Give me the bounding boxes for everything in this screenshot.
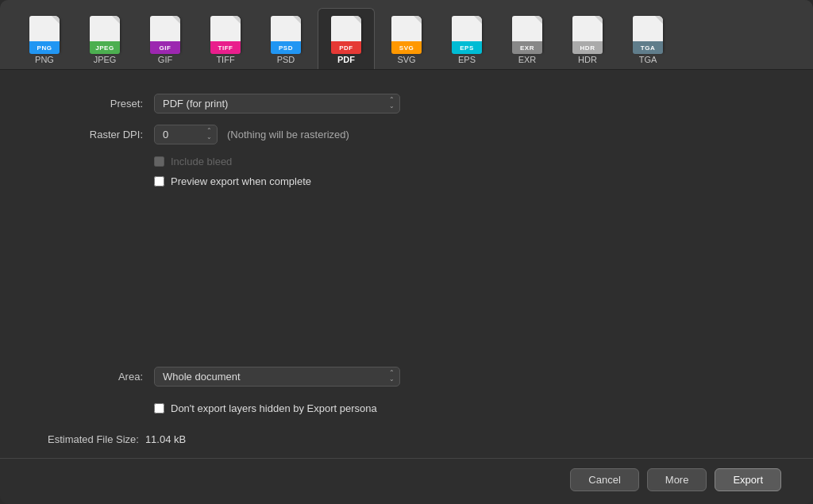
dont-export-label: Don't export layers hidden by Export per… <box>171 402 377 414</box>
export-button[interactable]: Export <box>715 468 781 491</box>
file-size-value: 11.04 kB <box>145 433 186 445</box>
tab-tiff-label: TIFF <box>216 55 234 64</box>
raster-dpi-row: Raster DPI: 0 72 96 150 300 (Nothing wil… <box>48 125 765 144</box>
tab-hdr[interactable]: HDR HDR <box>559 9 616 69</box>
area-control: Whole document Selection Current page <box>154 367 400 387</box>
preset-label: Preset: <box>48 98 143 110</box>
tab-hdr-label: HDR <box>578 55 597 64</box>
tab-psd-label: PSD <box>277 55 295 64</box>
raster-select-wrapper: 0 72 96 150 300 <box>154 125 218 144</box>
eps-icon: EPS <box>448 13 486 55</box>
include-bleed-checkbox[interactable] <box>154 156 164 167</box>
tab-png[interactable]: PNG PNG <box>16 9 73 69</box>
area-row: Area: Whole document Selection Current p… <box>48 367 765 387</box>
include-bleed-row: Include bleed <box>154 156 765 167</box>
tab-svg-label: SVG <box>397 55 415 64</box>
tab-exr-label: EXR <box>518 55 537 64</box>
preset-select-wrapper: PDF (for print) PDF (for export) <box>154 94 400 113</box>
svg-icon: SVG <box>387 13 426 55</box>
preview-export-checkbox[interactable] <box>154 176 164 187</box>
dont-export-row: Don't export layers hidden by Export per… <box>154 402 765 414</box>
tga-icon: TGA <box>629 13 667 55</box>
jpeg-icon: JPEG <box>86 13 124 55</box>
pdf-icon: PDF <box>327 13 365 55</box>
raster-dpi-select[interactable]: 0 72 96 150 300 <box>154 125 218 144</box>
psd-icon: PSD <box>267 13 305 55</box>
export-dialog: PNG PNG JPEG JPEG GIF GIF TIFF <box>0 0 813 504</box>
tab-exr[interactable]: EXR EXR <box>499 9 556 69</box>
gif-icon: GIF <box>146 13 184 55</box>
tab-gif[interactable]: GIF GIF <box>137 9 194 69</box>
preset-row: Preset: PDF (for print) PDF (for export) <box>48 94 765 113</box>
tab-pdf[interactable]: PDF PDF <box>318 8 375 69</box>
format-tab-bar: PNG PNG JPEG JPEG GIF GIF TIFF <box>0 0 813 70</box>
preview-export-row: Preview export when complete <box>154 175 765 187</box>
file-size-row: Estimated File Size: 11.04 kB <box>48 433 765 445</box>
area-label: Area: <box>48 371 143 383</box>
tab-tga[interactable]: TGA TGA <box>619 9 676 69</box>
tab-eps[interactable]: EPS EPS <box>438 9 495 69</box>
preset-control: PDF (for print) PDF (for export) <box>154 94 400 113</box>
raster-dpi-control: 0 72 96 150 300 (Nothing will be rasteri… <box>154 125 349 144</box>
exr-icon: EXR <box>508 13 546 55</box>
dont-export-checkbox[interactable] <box>154 403 164 414</box>
preview-export-label: Preview export when complete <box>171 175 311 187</box>
tiff-icon: TIFF <box>206 13 245 55</box>
tab-png-label: PNG <box>35 55 54 64</box>
tab-svg[interactable]: SVG SVG <box>378 9 435 69</box>
tab-pdf-label: PDF <box>337 55 355 64</box>
hdr-icon: HDR <box>568 13 607 55</box>
cancel-button[interactable]: Cancel <box>570 468 638 491</box>
tab-psd[interactable]: PSD PSD <box>257 9 314 69</box>
area-select[interactable]: Whole document Selection Current page <box>154 367 400 387</box>
tab-gif-label: GIF <box>158 55 172 64</box>
tab-tiff[interactable]: TIFF TIFF <box>197 9 254 69</box>
tab-jpeg[interactable]: JPEG JPEG <box>76 9 133 69</box>
main-content: Preset: PDF (for print) PDF (for export)… <box>0 70 813 458</box>
png-icon: PNG <box>25 13 64 55</box>
file-size-label: Estimated File Size: <box>48 433 139 445</box>
area-select-wrapper: Whole document Selection Current page <box>154 367 400 387</box>
tab-tga-label: TGA <box>639 55 657 64</box>
preset-select[interactable]: PDF (for print) PDF (for export) <box>154 94 400 113</box>
include-bleed-label: Include bleed <box>171 156 232 167</box>
tab-eps-label: EPS <box>458 55 476 64</box>
raster-dpi-label: Raster DPI: <box>48 129 143 140</box>
raster-note: (Nothing will be rasterized) <box>227 129 349 140</box>
tab-jpeg-label: JPEG <box>94 55 117 64</box>
button-row: Cancel More Export <box>0 458 813 504</box>
more-button[interactable]: More <box>647 468 707 491</box>
